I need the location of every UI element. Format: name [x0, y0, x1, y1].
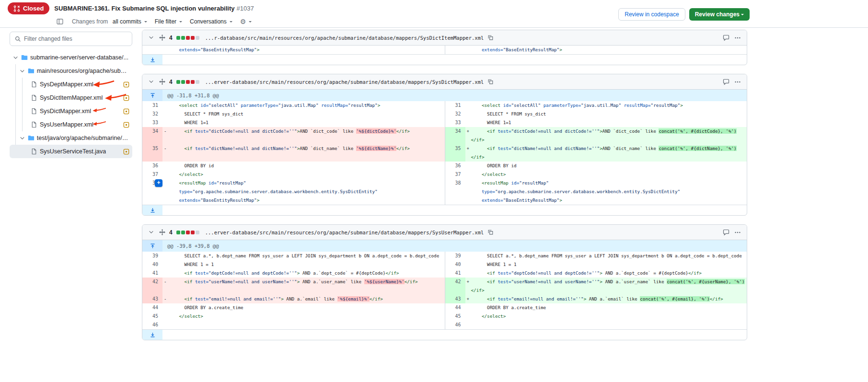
diff-row: 32 SELECT * FROM sys_dict32 SELECT * FRO…: [142, 110, 747, 118]
diff-body: @@ -39,8 +39,8 @@39 SELECT a.*, b.dept_n…: [142, 240, 747, 340]
line-number[interactable]: 36: [445, 162, 465, 170]
line-number[interactable]: 44: [142, 303, 162, 312]
line-number[interactable]: 31: [142, 101, 162, 110]
add-line-comment-button[interactable]: +: [155, 179, 162, 187]
hunk-text: @@ -39,8 +39,8 @@: [162, 240, 747, 252]
pr-toolbar: Changes from all commits File filter Con…: [56, 17, 254, 26]
diff-side-new: 41 <if test="deptCode!=null and deptCode…: [445, 269, 747, 278]
sidebar-toggle-button[interactable]: [56, 17, 64, 26]
line-number[interactable]: 43: [445, 295, 465, 303]
code-line: <select id="selectAll" parameterType="ja…: [465, 101, 747, 110]
code-line: WHERE 1 = 1: [162, 260, 445, 269]
file-options-button[interactable]: [733, 34, 742, 42]
diff-row: 45 </select>45 </select>: [142, 312, 747, 321]
expand-diff-button[interactable]: [142, 205, 162, 215]
line-number[interactable]: 41: [142, 269, 162, 278]
line-number[interactable]: 32: [142, 110, 162, 118]
line-number[interactable]: 46: [142, 321, 162, 329]
file-path-link[interactable]: ...r-database/src/main/resources/org/apa…: [205, 35, 484, 41]
expand-diff-button[interactable]: [142, 330, 162, 340]
line-number[interactable]: 42: [445, 278, 465, 295]
tree-folder-submarine-server-server-database[interactable]: submarine-server/server-database/...: [10, 51, 132, 64]
line-number[interactable]: 31: [445, 101, 465, 110]
diff-side-new: 42+ <if test="userName!=null and userNam…: [445, 278, 747, 295]
changes-from-dropdown[interactable]: Changes from all commits: [72, 18, 147, 25]
diffstat-square: [186, 36, 190, 40]
expand-hunk-button[interactable]: [142, 90, 162, 101]
line-number[interactable]: 33: [142, 118, 162, 127]
tree-file-sysdictmapper-xml[interactable]: SysDictMapper.xml: [10, 104, 132, 118]
line-number[interactable]: 43: [142, 295, 162, 303]
file-options-button[interactable]: [733, 228, 742, 237]
expand-hunk-button[interactable]: [142, 240, 162, 252]
line-number[interactable]: 33: [445, 118, 465, 127]
review-changes-button[interactable]: Review changes: [689, 8, 750, 21]
collapse-file-button[interactable]: [147, 34, 155, 42]
line-number[interactable]: 37: [445, 170, 465, 179]
line-number[interactable]: 39: [142, 252, 162, 260]
comment-button[interactable]: [722, 78, 730, 86]
tree-folder-test-java-org-apache-submarine-s[interactable]: test/java/org/apache/submarine/s...: [10, 131, 132, 145]
line-number[interactable]: 38+: [142, 179, 162, 205]
code-line: SELECT * FROM sys_dict: [465, 110, 747, 118]
collapse-file-button[interactable]: [147, 78, 155, 86]
diff-side-old: 35- <if test="dictName!=null and dictNam…: [142, 144, 445, 162]
copy-path-button[interactable]: [486, 78, 495, 86]
code-line: </select>: [465, 312, 747, 321]
line-number[interactable]: 35: [142, 144, 162, 162]
diff-settings-button[interactable]: ⚙: [240, 18, 252, 25]
line-number[interactable]: 46: [445, 321, 465, 329]
diff-row: 46 46: [142, 321, 747, 329]
line-number[interactable]: 40: [142, 260, 162, 269]
review-in-codespace-button[interactable]: Review in codespace: [618, 8, 685, 21]
line-number[interactable]: [445, 46, 465, 54]
line-number[interactable]: 44: [445, 303, 465, 312]
comment-button[interactable]: [722, 34, 730, 42]
filter-changed-files-input[interactable]: [24, 35, 127, 42]
line-number[interactable]: 36: [142, 162, 162, 170]
line-number[interactable]: 34: [445, 127, 465, 144]
line-number[interactable]: 38: [445, 179, 465, 205]
tree-item-label: SysUserServiceTest.java: [40, 148, 106, 155]
line-number[interactable]: 45: [142, 312, 162, 321]
move-handle-icon: [159, 35, 165, 41]
expand-diff-button[interactable]: [142, 55, 162, 65]
annotation-arrow: [92, 119, 106, 127]
line-number[interactable]: 37: [142, 170, 162, 179]
file-path-link[interactable]: ...erver-database/src/main/resources/org…: [205, 79, 484, 85]
diffstat-square: [181, 80, 185, 84]
modified-status-icon: [123, 108, 129, 115]
file-filter-dropdown[interactable]: File filter: [155, 18, 182, 25]
copy-path-button[interactable]: [486, 228, 495, 236]
drag-handle[interactable]: [158, 228, 166, 236]
drag-handle[interactable]: [158, 34, 166, 42]
tree-file-sysusermapper-xml[interactable]: SysUserMapper.xml: [10, 118, 132, 131]
line-number[interactable]: 42: [142, 278, 162, 295]
tree-folder-main-resources-org-apache-subm[interactable]: main/resources/org/apache/subm...: [10, 64, 132, 78]
tree-file-sysuserservicetest-java[interactable]: SysUserServiceTest.java: [10, 145, 132, 158]
line-number[interactable]: [142, 46, 162, 54]
annotation-arrow: [92, 106, 106, 114]
copy-path-button[interactable]: [486, 34, 495, 42]
code-line: <if test="deptCode!=null and deptCode!='…: [465, 269, 747, 278]
line-number[interactable]: 34: [142, 127, 162, 144]
code-line: + <if test="email!=null and email!=''"> …: [465, 295, 747, 303]
comment-button[interactable]: [722, 228, 730, 237]
line-number[interactable]: 45: [445, 312, 465, 321]
collapse-file-button[interactable]: [147, 228, 155, 236]
conversations-dropdown[interactable]: Conversations: [190, 18, 232, 25]
diff-row: 31 <select id="selectAll" parameterType=…: [142, 101, 747, 110]
chevron-down-icon: [19, 68, 25, 74]
filter-changed-files-box[interactable]: [10, 32, 132, 46]
file-path-link[interactable]: ...erver-database/src/main/resources/org…: [205, 230, 484, 235]
folder-icon: [28, 68, 35, 74]
line-number[interactable]: 35: [445, 144, 465, 162]
line-number[interactable]: 41: [445, 269, 465, 278]
drag-handle[interactable]: [158, 78, 166, 86]
file-options-button[interactable]: [733, 78, 742, 86]
line-number[interactable]: 32: [445, 110, 465, 118]
diffstat-square: [186, 80, 190, 84]
line-number[interactable]: 40: [445, 260, 465, 269]
line-number[interactable]: 39: [445, 252, 465, 260]
code-line: <resultMap id="resultMap" type="org.apac…: [465, 179, 747, 205]
